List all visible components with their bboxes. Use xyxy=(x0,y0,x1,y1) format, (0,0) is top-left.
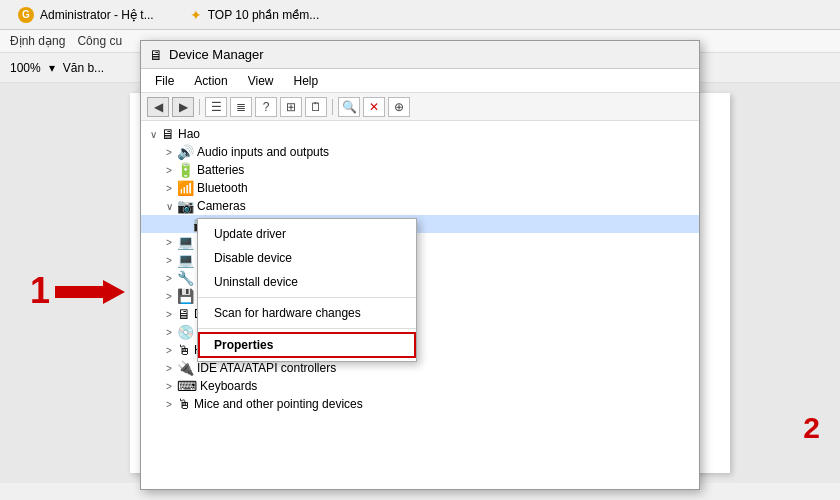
tree-root[interactable]: ∨ 🖥 Hao xyxy=(141,125,699,143)
humanif-icon: 🖱 xyxy=(177,342,191,358)
arrow-right-icon xyxy=(55,278,125,309)
toolbar-btn-grid[interactable]: ⊞ xyxy=(280,97,302,117)
ide-toggle[interactable]: > xyxy=(161,363,177,374)
ide-label: IDE ATA/ATAPI controllers xyxy=(197,361,336,375)
ctx-scan-hardware[interactable]: Scan for hardware changes xyxy=(198,301,416,325)
tree-audio[interactable]: > 🔊 Audio inputs and outputs xyxy=(141,143,699,161)
dellinstr-icon: 💻 xyxy=(177,252,194,268)
step-label-1: 1 xyxy=(30,270,50,312)
batteries-label: Batteries xyxy=(197,163,244,177)
tab2-icon: ✦ xyxy=(190,7,202,23)
bluetooth-toggle[interactable]: > xyxy=(161,183,177,194)
toolbar-back-btn[interactable]: ◀ xyxy=(147,97,169,117)
toolbar-sep1 xyxy=(199,99,200,115)
ctx-separator2 xyxy=(198,328,416,329)
root-label: Hao xyxy=(178,127,200,141)
dm-title-text: Device Manager xyxy=(169,47,264,62)
dm-title-icon: 🖥 xyxy=(149,47,163,63)
root-computer-icon: 🖥 xyxy=(161,126,175,142)
cameras-icon: 📷 xyxy=(177,198,194,214)
dellutils-icon: 🔧 xyxy=(177,270,194,286)
tree-batteries[interactable]: > 🔋 Batteries xyxy=(141,161,699,179)
mice-label: Mice and other pointing devices xyxy=(194,397,363,411)
zoom-level: 100% xyxy=(10,61,41,75)
dellutils-toggle[interactable]: > xyxy=(161,273,177,284)
tab1-label: Administrator - Hệ t... xyxy=(40,8,154,22)
svg-marker-0 xyxy=(55,280,125,304)
menu-file[interactable]: File xyxy=(147,72,182,90)
dm-toolbar: ◀ ▶ ☰ ≣ ? ⊞ 🗒 🔍 ✕ ⊕ xyxy=(141,93,699,121)
dm-titlebar: 🖥 Device Manager xyxy=(141,41,699,69)
display-icon: 🖥 xyxy=(177,306,191,322)
keyboards-icon: ⌨ xyxy=(177,378,197,394)
ctx-separator xyxy=(198,297,416,298)
disk-icon: 💾 xyxy=(177,288,194,304)
tab2-label: TOP 10 phần mềm... xyxy=(208,8,320,22)
ribbon-item-dinhd[interactable]: Định dạng xyxy=(10,34,65,48)
tree-cameras[interactable]: ∨ 📷 Cameras xyxy=(141,197,699,215)
batteries-toggle[interactable]: > xyxy=(161,165,177,176)
keyboards-toggle[interactable]: > xyxy=(161,381,177,392)
toolbar-vanb: Văn b... xyxy=(63,61,104,75)
menu-action[interactable]: Action xyxy=(186,72,235,90)
audio-label: Audio inputs and outputs xyxy=(197,145,329,159)
computer-icon: 💻 xyxy=(177,234,194,250)
disk-toggle[interactable]: > xyxy=(161,291,177,302)
toolbar-fwd-btn[interactable]: ▶ xyxy=(172,97,194,117)
ctx-update-driver[interactable]: Update driver xyxy=(198,222,416,246)
tab1-icon: G xyxy=(18,7,34,23)
bg-tab2[interactable]: ✦ TOP 10 phần mềm... xyxy=(182,5,328,25)
bg-titlebar: G Administrator - Hệ t... ✦ TOP 10 phần … xyxy=(0,0,840,30)
cameras-toggle[interactable]: ∨ xyxy=(161,201,177,212)
bluetooth-icon: 📶 xyxy=(177,180,194,196)
toolbar-btn-remove[interactable]: ✕ xyxy=(363,97,385,117)
mice-toggle[interactable]: > xyxy=(161,399,177,410)
ctx-uninstall-device[interactable]: Uninstall device xyxy=(198,270,416,294)
menu-view[interactable]: View xyxy=(240,72,282,90)
toolbar-btn-props[interactable]: 🗒 xyxy=(305,97,327,117)
audio-icon: 🔊 xyxy=(177,144,194,160)
toolbar-btn-scan[interactable]: 🔍 xyxy=(338,97,360,117)
toolbar-btn-detail[interactable]: ≣ xyxy=(230,97,252,117)
tree-bluetooth[interactable]: > 📶 Bluetooth xyxy=(141,179,699,197)
keyboards-label: Keyboards xyxy=(200,379,257,393)
ide-icon: 🔌 xyxy=(177,360,194,376)
ribbon-item-congcu[interactable]: Công cu xyxy=(77,34,122,48)
context-menu: Update driver Disable device Uninstall d… xyxy=(197,218,417,362)
computer-toggle[interactable]: > xyxy=(161,237,177,248)
toolbar-btn-help[interactable]: ? xyxy=(255,97,277,117)
ctx-disable-device[interactable]: Disable device xyxy=(198,246,416,270)
bluetooth-label: Bluetooth xyxy=(197,181,248,195)
dvd-icon: 💿 xyxy=(177,324,194,340)
batteries-icon: 🔋 xyxy=(177,162,194,178)
mice-icon: 🖱 xyxy=(177,396,191,412)
toolbar-btn-list[interactable]: ☰ xyxy=(205,97,227,117)
ctx-properties[interactable]: Properties xyxy=(198,332,416,358)
dvd-toggle[interactable]: > xyxy=(161,327,177,338)
display-toggle[interactable]: > xyxy=(161,309,177,320)
toolbar-btn-down[interactable]: ⊕ xyxy=(388,97,410,117)
cameras-label: Cameras xyxy=(197,199,246,213)
root-toggle[interactable]: ∨ xyxy=(145,129,161,140)
bg-tab1[interactable]: G Administrator - Hệ t... xyxy=(10,5,162,25)
toolbar-dropdown-icon[interactable]: ▾ xyxy=(49,61,55,75)
dellinstr-toggle[interactable]: > xyxy=(161,255,177,266)
humanif-toggle[interactable]: > xyxy=(161,345,177,356)
tree-mice[interactable]: > 🖱 Mice and other pointing devices xyxy=(141,395,699,413)
audio-toggle[interactable]: > xyxy=(161,147,177,158)
menu-help[interactable]: Help xyxy=(286,72,327,90)
step-label-2: 2 xyxy=(803,411,820,445)
dm-menubar: File Action View Help xyxy=(141,69,699,93)
toolbar-sep2 xyxy=(332,99,333,115)
tree-keyboards[interactable]: > ⌨ Keyboards xyxy=(141,377,699,395)
